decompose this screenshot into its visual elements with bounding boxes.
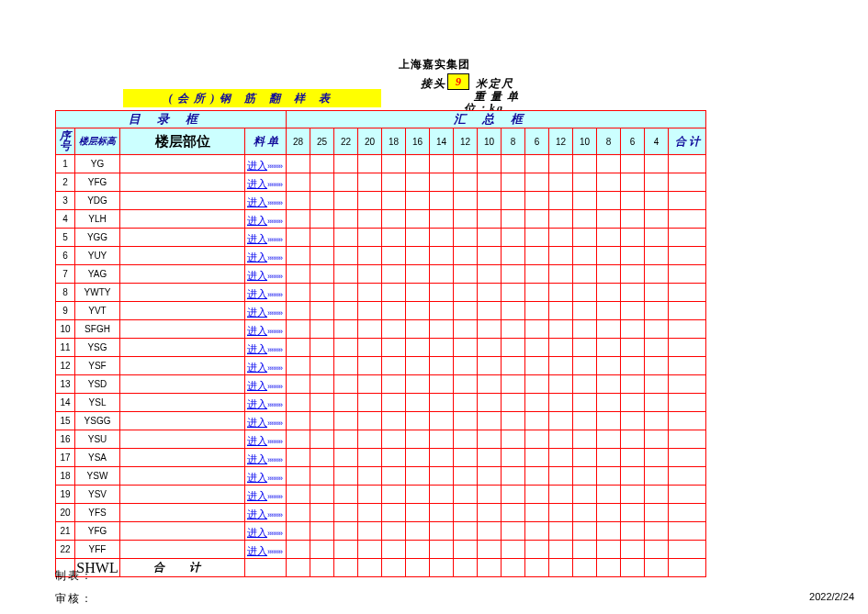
enter-link[interactable]: 进入»»»» — [245, 449, 287, 467]
cell — [502, 173, 525, 192]
row-sum — [669, 412, 706, 430]
table-row: 4YLH进入»»»» — [56, 210, 706, 229]
row-code: YUY — [75, 247, 120, 265]
row-buwei — [120, 430, 245, 449]
cell — [573, 265, 597, 284]
row-buwei — [120, 247, 245, 265]
cell — [573, 467, 597, 486]
enter-link[interactable]: 进入»»»» — [245, 339, 287, 357]
cell — [430, 375, 454, 394]
row-buwei — [120, 504, 245, 522]
enter-link[interactable]: 进入»»»» — [245, 192, 287, 210]
cell — [358, 394, 382, 412]
enter-link[interactable]: 进入»»»» — [245, 357, 287, 375]
cell — [334, 320, 358, 339]
cell — [406, 394, 430, 412]
row-sum — [669, 541, 706, 559]
enter-link[interactable]: 进入»»»» — [245, 173, 287, 192]
cell — [549, 486, 573, 504]
cell — [334, 504, 358, 522]
cell — [502, 412, 525, 430]
cell — [382, 412, 406, 430]
total-cell — [310, 559, 334, 577]
cell — [454, 486, 478, 504]
enter-link[interactable]: 进入»»»» — [245, 486, 287, 504]
enter-link[interactable]: 进入»»»» — [245, 302, 287, 320]
enter-link[interactable]: 进入»»»» — [245, 412, 287, 430]
cell — [645, 229, 669, 247]
row-code: YDG — [75, 192, 120, 210]
table-row: 3YDG进入»»»» — [56, 192, 706, 210]
enter-link[interactable]: 进入»»»» — [245, 394, 287, 412]
cell — [430, 265, 454, 284]
col-size-9: 8 — [502, 128, 525, 155]
enter-link[interactable]: 进入»»»» — [245, 375, 287, 394]
cell — [358, 155, 382, 173]
jietou-value-box[interactable]: 9 — [447, 73, 469, 90]
row-seq: 16 — [56, 430, 75, 449]
cell — [502, 339, 525, 357]
row-seq: 5 — [56, 229, 75, 247]
cell — [597, 486, 621, 504]
enter-link[interactable]: 进入»»»» — [245, 430, 287, 449]
table-row: 18YSW进入»»»» — [56, 467, 706, 486]
table-row: 2YFG进入»»»» — [56, 173, 706, 192]
enter-link[interactable]: 进入»»»» — [245, 247, 287, 265]
row-sum — [669, 504, 706, 522]
cell — [358, 412, 382, 430]
cell — [573, 284, 597, 302]
row-code: YSA — [75, 449, 120, 467]
enter-link[interactable]: 进入»»»» — [245, 210, 287, 229]
total-cell — [334, 559, 358, 577]
cell — [478, 210, 502, 229]
row-sum — [669, 247, 706, 265]
col-liao: 料 单 — [245, 128, 287, 155]
enter-link[interactable]: 进入»»»» — [245, 504, 287, 522]
cell — [382, 210, 406, 229]
cell — [549, 412, 573, 430]
cell — [502, 210, 525, 229]
cell — [358, 504, 382, 522]
col-size-12: 10 — [573, 128, 597, 155]
cell — [334, 210, 358, 229]
cell — [334, 302, 358, 320]
cell — [478, 229, 502, 247]
cell — [382, 339, 406, 357]
cell — [525, 467, 549, 486]
cell — [358, 192, 382, 210]
cell — [478, 192, 502, 210]
cell — [382, 155, 406, 173]
col-gao: 楼层标高 — [75, 128, 120, 155]
row-seq: 8 — [56, 284, 75, 302]
cell — [454, 375, 478, 394]
enter-link[interactable]: 进入»»»» — [245, 284, 287, 302]
cell — [502, 302, 525, 320]
row-buwei — [120, 522, 245, 541]
enter-link[interactable]: 进入»»»» — [245, 265, 287, 284]
cell — [573, 522, 597, 541]
cell — [334, 486, 358, 504]
cell — [549, 394, 573, 412]
table-row: 9YVT进入»»»» — [56, 302, 706, 320]
cell — [334, 467, 358, 486]
cell — [573, 229, 597, 247]
cell — [358, 210, 382, 229]
enter-link[interactable]: 进入»»»» — [245, 541, 287, 559]
col-size-15: 4 — [645, 128, 669, 155]
cell — [597, 302, 621, 320]
total-cell — [287, 559, 310, 577]
cell — [454, 339, 478, 357]
table-row: 10SFGH进入»»»» — [56, 320, 706, 339]
enter-link[interactable]: 进入»»»» — [245, 320, 287, 339]
cell — [454, 155, 478, 173]
enter-link[interactable]: 进入»»»» — [245, 467, 287, 486]
cell — [573, 449, 597, 467]
enter-link[interactable]: 进入»»»» — [245, 522, 287, 541]
cell — [478, 449, 502, 467]
cell — [287, 375, 310, 394]
cell — [430, 155, 454, 173]
row-seq: 15 — [56, 412, 75, 430]
cell — [287, 486, 310, 504]
enter-link[interactable]: 进入»»»» — [245, 155, 287, 173]
enter-link[interactable]: 进入»»»» — [245, 229, 287, 247]
